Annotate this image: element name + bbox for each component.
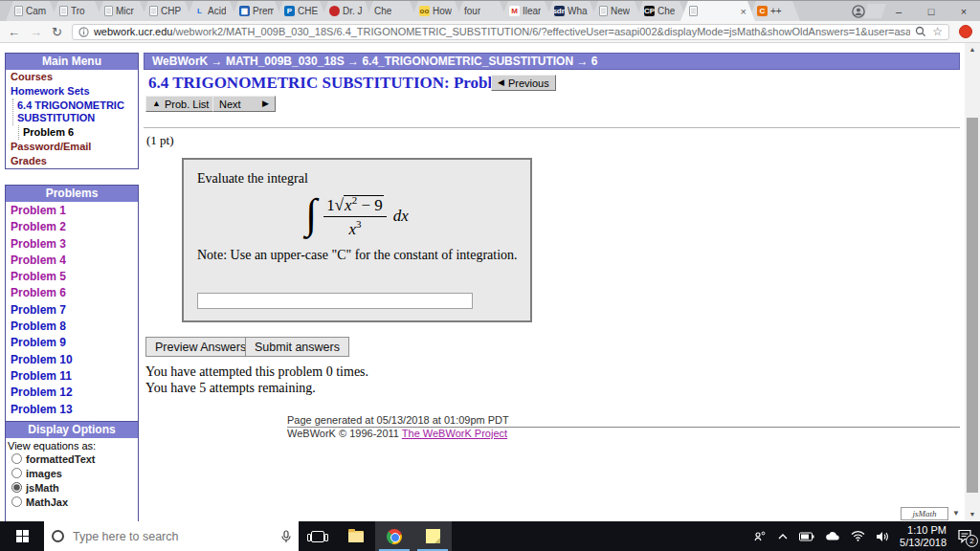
close-button[interactable]: × bbox=[947, 1, 980, 22]
tab-title: CHE bbox=[298, 6, 318, 16]
taskbar-clock[interactable]: 1:10 PM 5/13/2018 bbox=[900, 524, 947, 549]
browser-tab[interactable]: Micr bbox=[96, 1, 147, 21]
zoom-icon[interactable] bbox=[915, 26, 926, 37]
answer-input[interactable] bbox=[197, 293, 473, 309]
microphone-icon[interactable] bbox=[281, 530, 291, 543]
copyright-label: WeBWorK © 1996-2011 bbox=[287, 428, 402, 439]
search-input[interactable] bbox=[71, 529, 275, 544]
page-info-icon[interactable] bbox=[78, 27, 89, 37]
bookmark-star-icon[interactable]: ☆ bbox=[932, 26, 943, 37]
sidebar-item-password-email[interactable]: Password/Email bbox=[6, 140, 138, 154]
minimize-button[interactable]: – bbox=[882, 1, 915, 22]
submit-answers-button[interactable]: Submit answers bbox=[245, 337, 349, 357]
browser-tab[interactable]: LAcid bbox=[186, 1, 237, 21]
start-button[interactable] bbox=[0, 521, 44, 551]
tab-title: Cam bbox=[26, 6, 46, 16]
browser-tab[interactable]: ooHow bbox=[411, 1, 462, 21]
display-option[interactable]: MathJax bbox=[6, 495, 138, 509]
radio-input[interactable] bbox=[11, 496, 22, 507]
problem-link[interactable]: Problem 8 bbox=[6, 319, 138, 335]
display-option[interactable]: formattedText bbox=[6, 452, 138, 466]
problem-link[interactable]: Problem 6 bbox=[6, 285, 138, 301]
browser-tab-active[interactable]: × bbox=[680, 1, 755, 21]
problem-link[interactable]: Problem 3 bbox=[6, 236, 138, 253]
problems-list: Problem 1Problem 2Problem 3Problem 4Prob… bbox=[6, 202, 138, 421]
browser-tab[interactable]: Che bbox=[366, 1, 417, 21]
problem-list-button[interactable]: ▲ Prob. List bbox=[145, 96, 215, 112]
problem-link[interactable]: Problem 5 bbox=[6, 269, 138, 285]
scrollbar[interactable]: ▲ ▼ bbox=[965, 43, 980, 521]
hidden-icons-chevron[interactable] bbox=[777, 533, 789, 540]
browser-tab[interactable]: Dr. J bbox=[321, 1, 372, 21]
preview-answers-button[interactable]: Preview Answers bbox=[145, 337, 256, 357]
tab-close-icon[interactable]: × bbox=[741, 6, 746, 17]
problem-link[interactable]: Problem 2 bbox=[6, 219, 138, 235]
extension-icon[interactable] bbox=[959, 25, 972, 38]
problem-link[interactable]: Problem 4 bbox=[6, 253, 138, 269]
jsmath-dropdown-icon[interactable]: ▼ bbox=[952, 509, 960, 518]
refresh-icon[interactable]: ↻ bbox=[52, 26, 62, 38]
next-button[interactable]: Next ▶ bbox=[212, 96, 276, 112]
profile-icon[interactable] bbox=[852, 5, 865, 18]
sidebar-item-grades[interactable]: Grades bbox=[6, 154, 138, 168]
display-options-header: Display Options bbox=[6, 422, 138, 438]
tab-title: How bbox=[433, 6, 452, 16]
sidebar-item-homework-sets[interactable]: Homework Sets bbox=[6, 84, 138, 99]
problem-link[interactable]: Problem 12 bbox=[6, 385, 138, 401]
display-option[interactable]: jsMath bbox=[6, 480, 138, 495]
problem-link[interactable]: Problem 7 bbox=[6, 302, 138, 319]
browser-tab[interactable]: Tro bbox=[51, 1, 102, 21]
sidebar-item-problem-set[interactable]: 6.4 TRIGONOMETRIC SUBSTITUTION bbox=[12, 99, 138, 125]
browser-tab[interactable]: Cam bbox=[6, 1, 57, 21]
browser-tab[interactable]: sdnWha bbox=[546, 1, 597, 21]
previous-button[interactable]: ◀ Previous bbox=[491, 75, 556, 91]
volume-icon[interactable] bbox=[876, 531, 889, 542]
browser-tab[interactable]: PCHE bbox=[276, 1, 327, 21]
browser-tab[interactable]: New bbox=[590, 1, 642, 21]
breadcrumb[interactable]: WeBWorK → MATH_009B_030_18S → 6.4_TRIGON… bbox=[144, 53, 960, 70]
copyright-text: WeBWorK © 1996-2011 The WeBWorK Project bbox=[287, 428, 507, 439]
url-path: /webwork2/MATH_009B_030_18S/6.4_TRIGONOM… bbox=[172, 26, 910, 37]
site-favicon: sdn bbox=[554, 6, 565, 16]
sidebar-item-courses[interactable]: Courses bbox=[6, 70, 138, 84]
problem-link[interactable]: Problem 13 bbox=[6, 402, 138, 418]
browser-tab[interactable]: MIlear bbox=[501, 1, 552, 21]
problem-link[interactable]: Problem 11 bbox=[6, 368, 138, 385]
task-view-button[interactable] bbox=[299, 521, 337, 551]
webwork-project-link[interactable]: The WeBWorK Project bbox=[402, 428, 507, 439]
scroll-down-icon[interactable]: ▼ bbox=[965, 508, 980, 521]
address-bar[interactable]: webwork.ucr.edu/webwork2/MATH_009B_030_1… bbox=[72, 24, 949, 40]
radio-input[interactable] bbox=[11, 482, 22, 493]
action-center-button[interactable]: 2 bbox=[957, 529, 972, 543]
sticky-notes-button[interactable] bbox=[413, 521, 452, 551]
people-icon[interactable] bbox=[753, 530, 767, 543]
jsmath-button[interactable]: jsMath bbox=[901, 507, 948, 520]
radio-input[interactable] bbox=[11, 468, 22, 478]
onedrive-icon[interactable] bbox=[825, 531, 840, 541]
site-favicon: M bbox=[509, 6, 520, 16]
site-favicon: ▦ bbox=[239, 6, 250, 16]
taskbar-search[interactable] bbox=[44, 521, 299, 551]
scroll-up-icon[interactable]: ▲ bbox=[965, 43, 980, 56]
problem-link[interactable]: Problem 1 bbox=[6, 203, 138, 219]
display-option[interactable]: images bbox=[6, 466, 138, 480]
browser-tab[interactable]: C++ bbox=[748, 1, 800, 21]
problem-link[interactable]: Problem 9 bbox=[6, 335, 138, 351]
radicand-constant: − 9 bbox=[357, 196, 383, 214]
wifi-icon[interactable] bbox=[851, 531, 865, 541]
forward-icon[interactable]: → bbox=[30, 26, 42, 38]
radio-input[interactable] bbox=[11, 453, 22, 464]
integral-sign: ∫ bbox=[305, 196, 317, 231]
browser-tab[interactable]: four bbox=[456, 1, 507, 21]
scrollbar-thumb[interactable] bbox=[967, 118, 978, 493]
browser-tab[interactable]: CHP bbox=[141, 1, 192, 21]
problem-link[interactable]: Problem 10 bbox=[6, 352, 138, 368]
maximize-button[interactable]: □ bbox=[915, 1, 947, 22]
file-explorer-button[interactable] bbox=[337, 521, 375, 551]
chrome-taskbar-button[interactable] bbox=[375, 521, 413, 551]
page-generated-text: Page generated at 05/13/2018 at 01:09pm … bbox=[287, 414, 960, 428]
browser-tab[interactable]: CPChe bbox=[635, 1, 687, 21]
battery-icon[interactable] bbox=[799, 532, 814, 541]
browser-tab[interactable]: ▦Prem bbox=[231, 1, 282, 21]
back-icon[interactable]: ← bbox=[8, 26, 20, 38]
